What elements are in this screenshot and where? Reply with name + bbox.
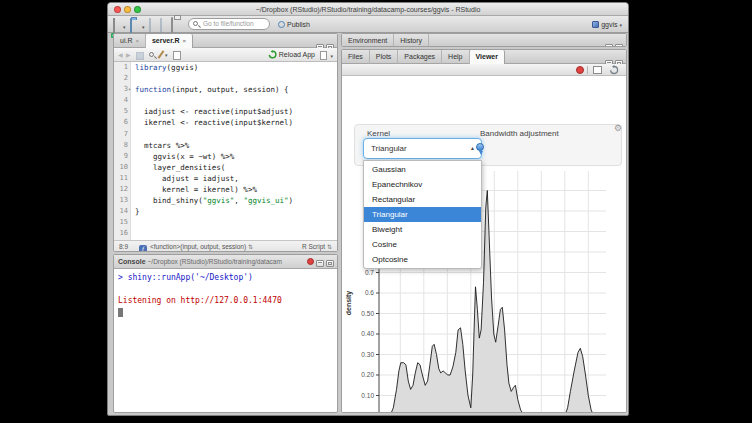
line-number: 4 [114, 95, 128, 106]
code-line[interactable]: 6 ikernel <- reactive(input$kernel) [114, 117, 337, 128]
line-number: 6 [114, 117, 128, 128]
compile-notebook-icon[interactable] [173, 51, 181, 60]
code-line[interactable]: 12 kernel = ikernel) %>% [114, 184, 337, 195]
code-line[interactable]: 15 [114, 217, 337, 228]
nav-back-icon[interactable]: ◀ [118, 51, 123, 58]
find-replace-icon[interactable] [149, 52, 154, 57]
console-stop-icon[interactable] [307, 258, 314, 265]
reload-app-button[interactable]: Reload App [268, 48, 315, 62]
doc-type-selector[interactable]: R Script ⇅ [302, 241, 332, 252]
console-maximize-icon[interactable] [326, 260, 334, 267]
menu-item-triangular[interactable]: Triangular [364, 207, 481, 222]
tab-packages[interactable]: Packages [398, 50, 442, 64]
line-number: 7 [114, 129, 128, 140]
menu-item-cosine[interactable]: Cosine [364, 237, 481, 252]
code-line[interactable]: 9 ggvis(x = ~wt) %>% [114, 151, 337, 162]
source-menu-icon[interactable] [320, 51, 327, 60]
code-text: ggvis(x = ~wt) %>% [135, 151, 234, 162]
open-in-new-window-icon[interactable] [593, 66, 602, 74]
reload-icon [268, 50, 277, 59]
publish-button[interactable]: Publish [278, 18, 310, 31]
svg-text:density: density [345, 291, 353, 316]
env-maximize-icon[interactable] [615, 44, 623, 47]
code-text: library(ggvis) [135, 62, 198, 73]
rstudio-window: ~/Dropbox (RStudio)/RStudio/training/dat… [107, 2, 629, 416]
goto-file-input[interactable]: Go to file/function [188, 18, 270, 30]
svg-text:0.00: 0.00 [361, 412, 374, 413]
publish-icon [278, 21, 285, 28]
code-text: mtcars %>% [135, 140, 189, 151]
kernel-select[interactable]: Triangular ▲ [363, 138, 482, 159]
project-label: ggvis [601, 21, 617, 28]
code-line[interactable]: 4 [114, 95, 337, 106]
console-line: Listening on http://127.0.0.1:4470 [118, 295, 337, 307]
close-tab-icon[interactable]: × [183, 38, 187, 44]
code-text: layer_densities( [135, 162, 225, 173]
title-bar[interactable]: ~/Dropbox (RStudio)/RStudio/training/dat… [108, 3, 628, 16]
menu-item-optcosine[interactable]: Optcosine [364, 252, 481, 267]
console-line [118, 284, 337, 296]
doctype-updown-icon: ⇅ [327, 244, 332, 250]
tab-plots[interactable]: Plots [370, 50, 399, 64]
editor-tab-bar: ui.R×server.R× [114, 34, 337, 48]
close-tab-icon[interactable]: × [135, 38, 139, 44]
code-line[interactable]: 5 iadjust <- reactive(input$adjust) [114, 106, 337, 117]
code-editor[interactable]: 1library(ggvis)23▾function(input, output… [114, 62, 337, 240]
console-output[interactable]: > shiny::runApp('~/Desktop') Listening o… [114, 269, 337, 317]
new-file-caret-icon[interactable]: ▾ [123, 24, 126, 30]
code-line[interactable]: 1library(ggvis) [114, 62, 337, 73]
code-line[interactable]: 14} [114, 206, 337, 217]
open-recent-caret-icon[interactable]: ▾ [142, 24, 145, 30]
refresh-viewer-icon[interactable] [609, 65, 619, 75]
select-caret-icon: ▲ [470, 139, 475, 158]
code-text: adjust = iadjust, [135, 173, 239, 184]
console-minimize-icon[interactable] [316, 260, 324, 267]
project-menu-button[interactable]: ggvis ▾ [592, 18, 622, 31]
code-tools-caret-icon[interactable]: ▾ [165, 52, 168, 58]
tab-files[interactable]: Files [342, 50, 370, 64]
gear-icon[interactable]: ⚙ [614, 123, 622, 133]
stop-app-button[interactable] [576, 66, 584, 74]
nav-forward-icon[interactable]: ▶ [126, 51, 131, 58]
editor-status-bar: 8:9 f<function>(input, output, session) … [114, 240, 337, 252]
bandwidth-slider-handle[interactable] [476, 143, 484, 151]
tab-environment[interactable]: Environment [342, 34, 394, 47]
viewer-tab-bar: FilesPlotsPackagesHelpViewer [342, 50, 626, 64]
tab-history[interactable]: History [394, 34, 429, 47]
svg-text:0.30: 0.30 [361, 351, 374, 358]
kernel-label: Kernel [367, 129, 390, 138]
code-line[interactable]: 16 [114, 228, 337, 239]
env-minimize-icon[interactable] [605, 44, 613, 47]
save-doc-icon[interactable] [136, 52, 144, 60]
svg-text:0.20: 0.20 [361, 371, 374, 378]
fold-icon[interactable]: ▾ [128, 84, 131, 95]
editor-tab-server.r[interactable]: server.R× [146, 34, 193, 48]
line-number: 10 [114, 162, 128, 173]
code-tools-wand-icon[interactable] [158, 50, 165, 59]
console-pane-buttons [307, 258, 334, 269]
cursor-position: 8:9 [119, 241, 128, 252]
code-text: iadjust <- reactive(input$adjust) [135, 106, 293, 117]
line-number: 9 [114, 151, 128, 162]
menu-item-gaussian[interactable]: Gaussian [364, 162, 481, 177]
code-text: kernel = ikernel) %>% [135, 184, 257, 195]
code-line[interactable]: 8 mtcars %>% [114, 140, 337, 151]
code-line[interactable]: 13 bind_shiny("ggvis", "ggvis_ui") [114, 195, 337, 206]
line-number: 5 [114, 106, 128, 117]
menu-item-biweight[interactable]: Biweight [364, 222, 481, 237]
shiny-app: 1.52.02.53.03.54.04.55.05.50.000.100.200… [342, 122, 626, 413]
code-line[interactable]: 10 layer_densities( [114, 162, 337, 173]
code-line[interactable]: 11 adjust = iadjust, [114, 173, 337, 184]
menu-item-epanechnikov[interactable]: Epanechnikov [364, 177, 481, 192]
scope-selector[interactable]: f<function>(input, output, session) ⇅ [136, 241, 253, 252]
code-line[interactable]: 3▾function(input, output, session) { [114, 84, 337, 95]
source-menu-caret-icon[interactable]: ▾ [330, 53, 333, 59]
toolbar-divider [587, 66, 588, 74]
tab-help[interactable]: Help [442, 50, 469, 64]
code-line[interactable]: 7 [114, 129, 337, 140]
tab-viewer[interactable]: Viewer [470, 50, 505, 64]
svg-text:0.50: 0.50 [361, 310, 374, 317]
editor-tab-ui.r[interactable]: ui.R× [114, 34, 146, 48]
code-line[interactable]: 2 [114, 73, 337, 84]
menu-item-rectangular[interactable]: Rectangular [364, 192, 481, 207]
